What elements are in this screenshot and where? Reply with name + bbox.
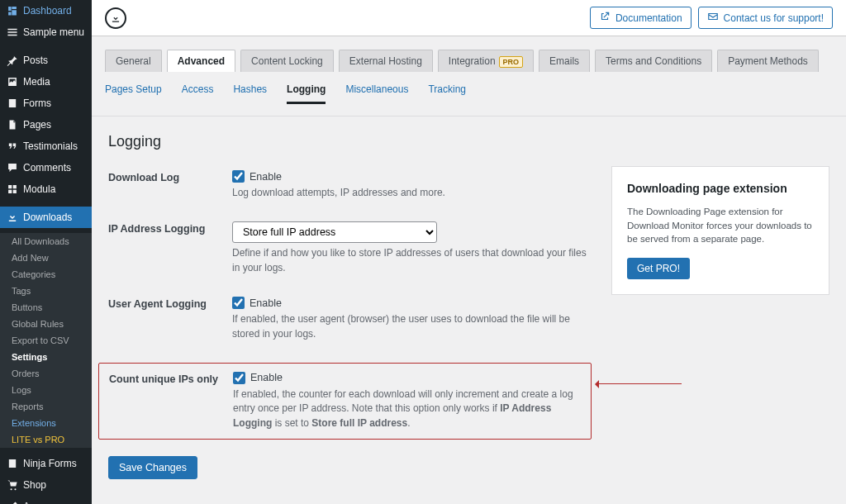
sidebar-item-ninja-forms[interactable]: Ninja Forms bbox=[0, 453, 92, 474]
sidebar-item-label: Sample menu bbox=[23, 26, 84, 38]
setting-label: User Agent Logging bbox=[108, 297, 232, 310]
ua-logging-checkbox[interactable] bbox=[232, 297, 245, 309]
enable-label: Enable bbox=[250, 297, 282, 309]
sidebar-subitem-settings[interactable]: Settings bbox=[0, 349, 92, 365]
subtab-hashes[interactable]: Hashes bbox=[233, 83, 267, 104]
sidebar-item-label: Forms bbox=[23, 97, 51, 109]
sidebar-subitem-lite-vs-pro[interactable]: LITE vs PRO bbox=[0, 431, 92, 448]
setting-label: IP Address Logging bbox=[108, 221, 232, 235]
forms-icon bbox=[7, 97, 18, 109]
tab-advanced[interactable]: Advanced bbox=[167, 50, 235, 72]
tab-external-hosting[interactable]: External Hosting bbox=[339, 50, 433, 72]
tab-emails[interactable]: Emails bbox=[539, 50, 590, 72]
sidebar-item-sample-menu[interactable]: Sample menu bbox=[0, 21, 92, 43]
download-log-checkbox[interactable] bbox=[232, 170, 245, 183]
sidebar-item-modula[interactable]: Modula bbox=[0, 178, 92, 200]
subtab-logging[interactable]: Logging bbox=[287, 83, 326, 104]
sidebar-item-label: Pages bbox=[23, 119, 51, 131]
support-label: Contact us for support! bbox=[724, 12, 824, 24]
sidebar-subitem-global-rules[interactable]: Global Rules bbox=[0, 316, 92, 332]
sidebar-item-label: Comments bbox=[23, 162, 71, 174]
subtab-miscellaneous[interactable]: Miscellaneous bbox=[345, 83, 408, 104]
promo-title: Downloading page extension bbox=[627, 182, 814, 195]
sidebar-item-label: Dashboard bbox=[23, 5, 72, 17]
sidebar-subitem-reports[interactable]: Reports bbox=[0, 398, 92, 415]
promo-desc: The Downloading Page extension for Downl… bbox=[627, 205, 814, 246]
sidebar-subitem-extensions[interactable]: Extensions bbox=[0, 415, 92, 431]
setting-download-log: Download Log Enable Log download attempt… bbox=[108, 170, 592, 200]
sidebar-item-label: Testimonials bbox=[23, 140, 78, 152]
tab-integration[interactable]: IntegrationPRO bbox=[438, 50, 534, 72]
annotation-arrow bbox=[596, 383, 682, 384]
tab-content-locking[interactable]: Content Locking bbox=[240, 50, 334, 72]
pro-badge: PRO bbox=[499, 56, 524, 68]
documentation-label: Documentation bbox=[615, 12, 682, 24]
sidebar-item-label: Media bbox=[23, 76, 50, 88]
setting-desc: Define if and how you like to store IP a… bbox=[232, 246, 592, 275]
sidebar-item-testimonials[interactable]: Testimonials bbox=[0, 136, 92, 157]
sidebar-item-comments[interactable]: Comments bbox=[0, 157, 92, 178]
sidebar-subitem-logs[interactable]: Logs bbox=[0, 382, 92, 398]
sidebar-subitem-orders[interactable]: Orders bbox=[0, 365, 92, 382]
sidebar-item-label: Appearance bbox=[23, 501, 77, 504]
plugin-logo bbox=[105, 7, 126, 29]
promo-button[interactable]: Get PRO! bbox=[627, 258, 690, 279]
sidebar-item-downloads[interactable]: Downloads bbox=[0, 207, 92, 228]
sidebar-item-posts[interactable]: Posts bbox=[0, 50, 92, 71]
sidebar-subitem-categories[interactable]: Categories bbox=[0, 266, 92, 283]
sidebar-item-forms[interactable]: Forms bbox=[0, 93, 92, 114]
quote-icon bbox=[7, 140, 18, 152]
tab-terms-and-conditions[interactable]: Terms and Conditions bbox=[595, 50, 712, 72]
setting-label: Count unique IPs only bbox=[109, 372, 233, 385]
subtab-pages-setup[interactable]: Pages Setup bbox=[105, 83, 162, 104]
page-icon bbox=[7, 119, 18, 131]
brush-icon bbox=[7, 501, 18, 504]
tab-general[interactable]: General bbox=[105, 50, 162, 72]
setting-desc: If enabled, the user agent (browser) the… bbox=[232, 312, 592, 341]
secondary-tabs: Pages SetupAccessHashesLoggingMiscellane… bbox=[92, 72, 846, 116]
enable-label: Enable bbox=[250, 372, 283, 383]
sidebar-subitem-add-new[interactable]: Add New bbox=[0, 250, 92, 266]
sidebar-subitem-all-downloads[interactable]: All Downloads bbox=[0, 233, 92, 250]
sidebar-subitem-buttons[interactable]: Buttons bbox=[0, 299, 92, 316]
topbar: Documentation Contact us for support! bbox=[92, 0, 846, 36]
setting-ip-logging: IP Address Logging Store full IP address… bbox=[108, 221, 592, 275]
tab-payment-methods[interactable]: Payment Methods bbox=[717, 50, 819, 72]
setting-unique-ip: Count unique IPs only Enable If enabled,… bbox=[109, 372, 581, 430]
modula-icon bbox=[7, 183, 18, 195]
sidebar-subitem-export-to-csv[interactable]: Export to CSV bbox=[0, 332, 92, 349]
sidebar-item-label: Shop bbox=[23, 479, 46, 491]
page-title: Logging bbox=[108, 133, 592, 150]
setting-label: Download Log bbox=[108, 170, 232, 183]
comment-icon bbox=[7, 162, 18, 174]
main-content: Documentation Contact us for support! Ge… bbox=[92, 0, 846, 504]
setting-desc: If enabled, the counter for each downloa… bbox=[233, 388, 581, 430]
save-button[interactable]: Save Changes bbox=[108, 456, 197, 479]
highlighted-setting-box: Count unique IPs only Enable If enabled,… bbox=[98, 363, 592, 440]
sidebar-item-label: Downloads bbox=[23, 212, 72, 223]
sidebar-item-shop[interactable]: Shop bbox=[0, 474, 92, 496]
menu-icon bbox=[7, 26, 18, 38]
subtab-access[interactable]: Access bbox=[182, 83, 214, 104]
download-icon bbox=[7, 212, 18, 223]
sidebar-subitem-tags[interactable]: Tags bbox=[0, 283, 92, 299]
documentation-button[interactable]: Documentation bbox=[590, 7, 692, 29]
promo-box: Downloading page extension The Downloadi… bbox=[611, 166, 829, 295]
pin-icon bbox=[7, 55, 18, 66]
mail-icon bbox=[707, 11, 719, 25]
support-button[interactable]: Contact us for support! bbox=[698, 7, 833, 29]
sidebar-item-media[interactable]: Media bbox=[0, 71, 92, 93]
sidebar-item-pages[interactable]: Pages bbox=[0, 114, 92, 136]
ip-logging-select[interactable]: Store full IP address bbox=[232, 221, 437, 243]
sidebar-item-label: Ninja Forms bbox=[23, 458, 77, 469]
admin-sidebar: DashboardSample menuPostsMediaFormsPages… bbox=[0, 0, 92, 504]
unique-ip-checkbox[interactable] bbox=[233, 372, 245, 384]
dashboard-icon bbox=[7, 5, 18, 17]
sidebar-item-dashboard[interactable]: Dashboard bbox=[0, 0, 92, 21]
forms-icon bbox=[7, 458, 18, 469]
media-icon bbox=[7, 76, 18, 88]
subtab-tracking[interactable]: Tracking bbox=[428, 83, 466, 104]
cart-icon bbox=[7, 479, 18, 491]
sidebar-item-label: Posts bbox=[23, 55, 48, 66]
sidebar-item-appearance[interactable]: Appearance bbox=[0, 496, 92, 504]
